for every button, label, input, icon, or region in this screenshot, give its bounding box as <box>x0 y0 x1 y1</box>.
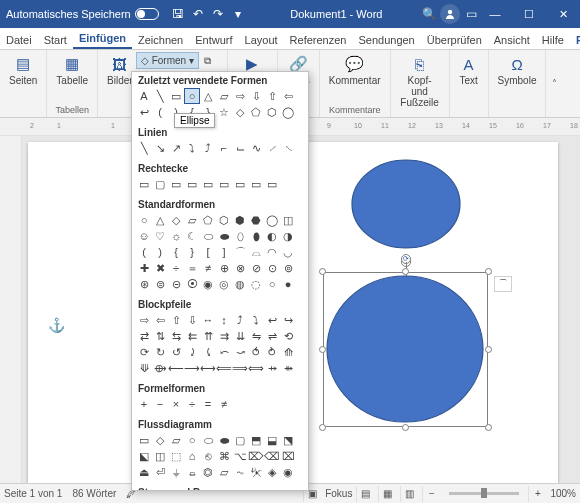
shape-option[interactable]: ↘ <box>152 140 168 156</box>
shape-option[interactable]: ⟱ <box>136 360 152 376</box>
shape-option[interactable]: ⌐ <box>216 140 232 156</box>
shape-option[interactable]: ○ <box>184 432 200 448</box>
shape-option[interactable]: ◑ <box>280 228 296 244</box>
resize-handle-sw[interactable] <box>319 424 326 431</box>
shape-option[interactable]: ⬡ <box>216 212 232 228</box>
kopf-button[interactable]: ⎘ Kopf- und Fußzeile <box>397 52 443 110</box>
shape-option[interactable]: ⊙ <box>264 260 280 276</box>
shape-option[interactable]: ⥁ <box>264 344 280 360</box>
layout-options-button[interactable]: ⌒ <box>494 276 512 292</box>
shape-option[interactable]: { <box>168 244 184 260</box>
shape-option[interactable]: ⤺ <box>216 344 232 360</box>
resize-handle-e[interactable] <box>485 346 492 353</box>
shape-option[interactable]: ⬢ <box>232 212 248 228</box>
shape-option[interactable]: ◐ <box>264 228 280 244</box>
zoom-out-button[interactable]: − <box>422 486 440 502</box>
shape-option[interactable]: × <box>168 396 184 412</box>
maximize-button[interactable]: ☐ <box>512 0 546 28</box>
shape-option[interactable]: ⌧ <box>280 448 296 464</box>
shape-option[interactable]: ▭ <box>168 176 184 192</box>
shape-option[interactable]: ⟹ <box>232 360 248 376</box>
shape-option[interactable]: ⏏ <box>136 464 152 480</box>
shape-option[interactable]: ⇉ <box>216 328 232 344</box>
shape-ellipse-top[interactable]: ⟳ <box>351 159 461 249</box>
shape-option[interactable]: ⌦ <box>248 448 264 464</box>
shape-option[interactable]: ⇩ <box>248 88 264 104</box>
shape-option[interactable]: ⊚ <box>280 260 296 276</box>
shape-option[interactable]: ◠ <box>264 244 280 260</box>
shape-option[interactable]: ⟳ <box>136 344 152 360</box>
zoom-slider[interactable] <box>449 492 519 495</box>
shape-option[interactable]: ≠ <box>216 396 232 412</box>
shape-option[interactable]: ◇ <box>168 212 184 228</box>
shape-option[interactable]: ⬡ <box>264 104 280 120</box>
shape-option[interactable]: ▭ <box>168 88 184 104</box>
shape-option[interactable]: ⇧ <box>168 312 184 328</box>
shape-option[interactable]: ⇆ <box>168 328 184 344</box>
symbole-button[interactable]: Ω Symbole <box>495 52 540 88</box>
search-icon[interactable]: 🔍 <box>422 7 436 21</box>
shape-option[interactable]: ↺ <box>168 344 184 360</box>
shape-option[interactable]: ◯ <box>264 212 280 228</box>
shape-option[interactable]: ⟋ <box>264 140 280 156</box>
shape-circle-selected[interactable]: ⟳ ⌒ <box>323 272 488 427</box>
tab-ueberpruefen[interactable]: Überprüfen <box>421 31 488 49</box>
shape-option[interactable]: = <box>200 396 216 412</box>
shape-option[interactable]: ▭ <box>136 176 152 192</box>
shape-option[interactable]: ⬠ <box>248 104 264 120</box>
shape-option[interactable]: △ <box>200 88 216 104</box>
shape-option[interactable]: ○ <box>184 88 200 104</box>
shape-option[interactable]: ↻ <box>152 344 168 360</box>
shape-option[interactable]: ⊜ <box>152 276 168 292</box>
shape-option[interactable]: ⬓ <box>264 432 280 448</box>
shape-option[interactable]: ♡ <box>152 228 168 244</box>
shape-option[interactable]: ✖ <box>152 260 168 276</box>
shape-option[interactable]: ⤻ <box>232 344 248 360</box>
save-icon[interactable]: 🖫 <box>171 7 185 21</box>
shape-option[interactable]: ⇦ <box>152 312 168 328</box>
shape-option[interactable]: ⦿ <box>184 276 200 292</box>
shape-option[interactable]: ⥀ <box>248 344 264 360</box>
shape-option[interactable]: ↔ <box>200 312 216 328</box>
shape-option[interactable]: ☾ <box>184 228 200 244</box>
shape-option[interactable]: ☆ <box>216 104 232 120</box>
shape-option[interactable]: ◉ <box>280 464 296 480</box>
resize-handle-s[interactable] <box>402 424 409 431</box>
shape-option[interactable]: ◇ <box>232 104 248 120</box>
shape-option[interactable]: [ <box>200 244 216 260</box>
shape-option[interactable]: ⊕ <box>216 260 232 276</box>
shape-option[interactable]: ⌥ <box>232 448 248 464</box>
shape-option[interactable]: ◍ <box>232 276 248 292</box>
autosave-toggle[interactable]: Automatisches Speichern <box>0 8 165 20</box>
shape-option[interactable]: ⏛ <box>184 464 200 480</box>
shape-option[interactable]: ⤵ <box>248 312 264 328</box>
text-button[interactable]: A Text <box>456 52 482 88</box>
kommentar-button[interactable]: 💬 Kommentar <box>326 52 384 88</box>
shape-option[interactable]: ⌂ <box>184 448 200 464</box>
shape-option[interactable]: ⇨ <box>232 88 248 104</box>
ribbon-options-icon[interactable]: ▭ <box>464 7 478 21</box>
ribbon-collapse-button[interactable]: ˄ <box>546 50 562 117</box>
shape-option[interactable]: ⇄ <box>136 328 152 344</box>
tab-datei[interactable]: Datei <box>0 31 38 49</box>
shape-option[interactable]: ⇋ <box>248 328 264 344</box>
shape-option[interactable]: ⬕ <box>136 448 152 464</box>
shape-option[interactable]: ⤹ <box>200 344 216 360</box>
shape-option[interactable]: ⎋ <box>200 448 216 464</box>
shape-option[interactable]: ⬬ <box>216 432 232 448</box>
shape-option[interactable]: ⟴ <box>152 360 168 376</box>
tab-einfuegen[interactable]: Einfügen <box>73 29 132 49</box>
shape-option[interactable]: ÷ <box>184 396 200 412</box>
shape-option[interactable]: ╲ <box>152 88 168 104</box>
shape-option[interactable]: ⇊ <box>232 328 248 344</box>
tab-ansicht[interactable]: Ansicht <box>488 31 536 49</box>
shape-option[interactable]: ⤀ <box>264 360 280 376</box>
shape-option[interactable]: ⤴ <box>232 312 248 328</box>
close-button[interactable]: ✕ <box>546 0 580 28</box>
shape-option[interactable]: ⤵ <box>184 140 200 156</box>
shape-option[interactable]: ⬚ <box>168 448 184 464</box>
shape-option[interactable]: ⇩ <box>184 312 200 328</box>
tab-formformatierung[interactable]: Formformatierung <box>570 31 580 49</box>
shape-option[interactable]: ∿ <box>248 140 264 156</box>
shape-option[interactable]: ◉ <box>200 276 216 292</box>
